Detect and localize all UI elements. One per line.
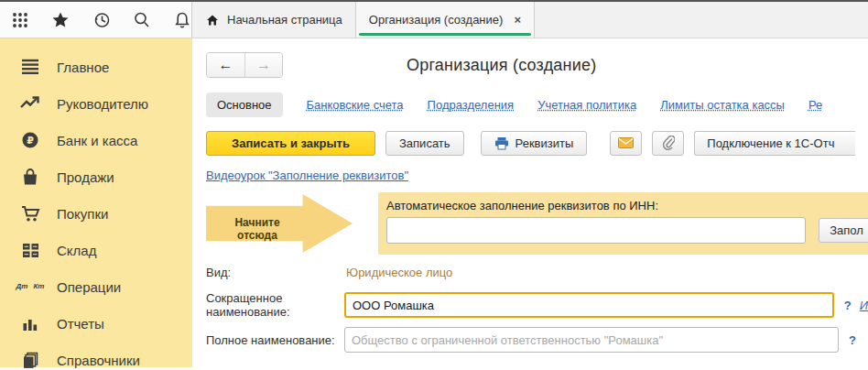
attachments-button[interactable] [652,131,684,156]
tab-main[interactable]: Основное [206,92,283,117]
window-tabs: Начальная страница Организация (создание… [192,2,868,38]
start-here-hint: Начните отсюда Автоматическое заполнение… [206,192,868,256]
sidebar-item-reports[interactable]: Отчеты [0,305,192,342]
email-button[interactable] [610,131,642,156]
shopping-cart-icon [20,203,40,223]
sidebar-item-sales[interactable]: Продажи [0,158,192,195]
full-name-input[interactable] [344,327,839,353]
tab-label: Начальная страница [227,13,342,27]
warehouse-icon [20,240,40,260]
sidebar-item-label: Продажи [57,169,114,185]
toolbar: Записать и закрыть Записать Реквизиты [206,129,868,157]
top-panel: Начальная страница Организация (создание… [0,0,868,38]
trend-up-icon [20,93,40,114]
sidebar-item-label: Операции [57,279,121,295]
shopping-bag-icon [20,167,40,187]
sidebar-item-main[interactable]: Главное [0,49,192,85]
video-lesson-link[interactable]: Видеоурок "Заполнение реквизитов" [206,169,408,182]
organization-form: Вид: Юридическое лицо Сокращенное наимен… [206,266,868,353]
sidebar-item-label: Руководителю [57,96,148,112]
tab-accounting-policy[interactable]: Учетная политика [537,98,636,112]
history-nav: ← → [206,52,283,78]
tabbar-empty-space [535,2,868,38]
tab-cash-limits[interactable]: Лимиты остатка кассы [660,98,785,112]
fill-button[interactable]: Запол [819,218,868,243]
history-icon[interactable] [92,10,110,30]
tab-home-page[interactable]: Начальная страница [192,2,356,38]
tab-cut-off[interactable]: Ре [808,98,822,112]
tab-label: Организация (создание) [369,13,504,27]
sidebar-item-manager[interactable]: Руководителю [0,85,192,122]
sidebar-item-purchases[interactable]: Покупки [0,195,192,232]
sidebar-item-label: Банк и касса [57,133,137,148]
save-button[interactable]: Записать [385,131,464,156]
grid-menu-icon[interactable] [11,10,29,30]
tab-organization-create[interactable]: Организация (создание) × [356,2,535,38]
paperclip-icon [662,136,675,150]
home-icon [205,13,220,27]
inn-input[interactable] [386,217,806,244]
sidebar-item-warehouse[interactable]: Склад [0,232,192,268]
short-name-label: Сокращенное наименование: [206,291,340,319]
inn-autofill-label: Автоматическое заполнение реквизитов по … [386,199,868,212]
bar-chart-icon [20,313,40,333]
sidebar-item-label: Главное [57,60,109,75]
books-icon [20,350,40,370]
short-name-input[interactable] [344,292,834,318]
sidebar-item-label: Покупки [57,206,108,222]
menu-lines-icon [20,57,40,77]
sidebar-item-label: Справочники [57,353,140,368]
short-name-history-link[interactable]: И [860,299,868,312]
start-here-arrow: Начните отсюда [206,194,353,253]
debit-credit-icon: Дт Кт [20,277,40,297]
printer-icon [494,136,509,150]
short-name-help-icon[interactable]: ? [844,299,852,312]
service-icons [0,2,192,38]
bell-icon[interactable] [173,10,191,30]
tab-bank-accounts[interactable]: Банковские счета [307,98,404,112]
start-here-label: Начните отсюда [213,216,301,242]
inn-autofill-panel: Автоматическое заполнение реквизитов по … [378,192,868,255]
close-icon[interactable]: × [514,13,521,27]
back-button[interactable]: ← [207,53,244,77]
tab-subdivisions[interactable]: Подразделения [428,98,515,112]
svg-text:₽: ₽ [27,135,34,147]
form-organization-create: ← → Организация (создание) Основное Банк… [192,38,868,367]
sidebar-item-bank-cash[interactable]: ₽ Банк и касса [0,122,192,158]
sidebar-item-directories[interactable]: Справочники [0,342,192,370]
ruble-coin-icon: ₽ [20,130,40,150]
section-tabs: Основное Банковские счета Подразделения … [206,91,868,118]
main-menu-sidebar: Главное Руководителю ₽ Банк и касса [0,38,192,367]
sidebar-item-label: Склад [57,243,96,258]
connect-1c-reporting-button[interactable]: Подключение к 1С-Отч [694,131,855,156]
search-icon[interactable] [133,10,151,30]
star-icon[interactable] [51,10,70,30]
kind-value[interactable]: Юридическое лицо [346,266,452,279]
forward-button[interactable]: → [244,53,282,77]
requisites-button[interactable]: Реквизиты [481,131,588,156]
sidebar-item-label: Отчеты [57,316,104,332]
kind-label: Вид: [206,266,340,279]
page-title: Организация (создание) [407,56,596,75]
full-name-help-icon[interactable]: ? [849,333,856,347]
full-name-label: Полное наименование: [206,333,340,347]
envelope-icon [618,137,634,148]
save-and-close-button[interactable]: Записать и закрыть [206,131,375,156]
sidebar-item-operations[interactable]: Дт Кт Операции [0,268,192,305]
